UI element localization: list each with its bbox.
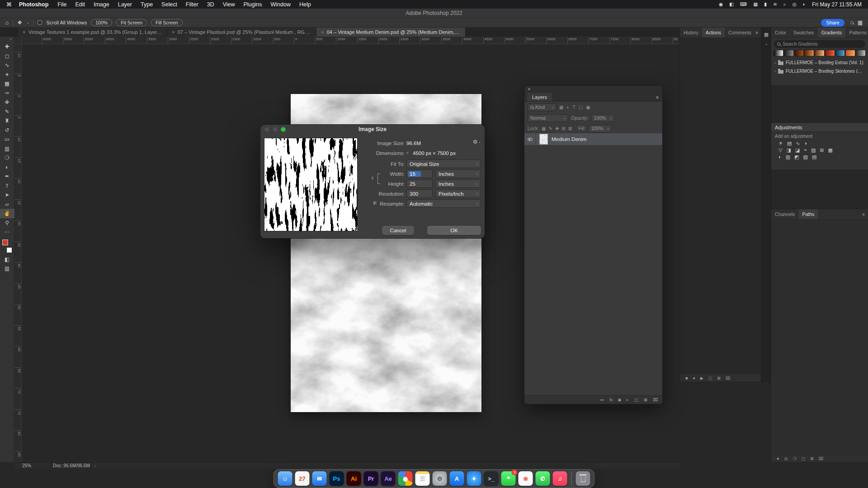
gradient-swatch[interactable] bbox=[826, 50, 835, 56]
lock-transparency-icon[interactable]: ▦ bbox=[542, 126, 546, 131]
gradient-map-icon[interactable]: ▧ bbox=[803, 154, 807, 160]
magic-wand-tool[interactable]: ✶ bbox=[0, 70, 14, 80]
healing-brush-tool[interactable]: ✙ bbox=[0, 98, 14, 107]
close-icon[interactable]: ✕ bbox=[172, 30, 175, 34]
zoom-level[interactable]: 25% bbox=[22, 463, 31, 468]
close-icon[interactable]: ✕ bbox=[23, 30, 26, 34]
move-tool[interactable]: ✚ bbox=[0, 42, 14, 52]
delete-icon[interactable]: ⌧ bbox=[726, 376, 730, 380]
gradient-swatch[interactable] bbox=[846, 50, 855, 56]
tab-layers[interactable]: Layers bbox=[527, 93, 552, 101]
width-input[interactable]: 15 bbox=[406, 169, 433, 178]
menu-window[interactable]: Window bbox=[271, 1, 291, 8]
dock-mail[interactable]: ✉ bbox=[312, 471, 327, 486]
dock-terminal[interactable]: >_ bbox=[484, 471, 499, 486]
chevron-right-icon[interactable]: › bbox=[94, 464, 96, 468]
path-select-tool[interactable]: ➤ bbox=[0, 190, 14, 200]
delete-path-icon[interactable]: ⌧ bbox=[818, 456, 823, 461]
lock-all-icon[interactable]: ⊠ bbox=[568, 126, 572, 131]
close-icon[interactable]: ✕ bbox=[321, 30, 324, 34]
tab-color[interactable]: Color bbox=[771, 28, 790, 38]
tab-comments[interactable]: Comments bbox=[725, 28, 755, 38]
record-icon[interactable]: ● bbox=[693, 376, 695, 380]
dock-chrome[interactable]: ◉ bbox=[398, 471, 413, 486]
history-brush-tool[interactable]: ↺ bbox=[0, 126, 14, 135]
resolution-input[interactable]: 300 bbox=[406, 189, 433, 198]
height-unit-dropdown[interactable]: Inches ∨ bbox=[435, 179, 481, 188]
posterize-icon[interactable]: ▥ bbox=[786, 154, 790, 160]
tab-patterns[interactable]: Patterns bbox=[845, 28, 868, 38]
crop-tool[interactable]: ▦ bbox=[0, 79, 14, 89]
new-set-icon[interactable]: ▢ bbox=[708, 376, 712, 380]
tab-gradients[interactable]: Gradients bbox=[818, 28, 846, 38]
panel-menu-icon[interactable]: ≡ bbox=[862, 212, 868, 217]
close-icon[interactable]: ✕ bbox=[528, 87, 531, 91]
visibility-toggle[interactable] bbox=[524, 133, 536, 145]
gradient-search-input[interactable]: Search Gradients bbox=[774, 40, 865, 48]
play-icon[interactable]: ▶ bbox=[700, 376, 703, 380]
vibrance-icon[interactable]: ▽ bbox=[778, 147, 782, 153]
menu-file[interactable]: File bbox=[57, 1, 66, 8]
dock-calendar[interactable]: 27 bbox=[295, 471, 310, 486]
spotlight-icon[interactable]: ⌕ bbox=[783, 1, 786, 7]
foreground-color-swatch[interactable] bbox=[2, 239, 8, 245]
libraries-panel-icon[interactable]: ▦ bbox=[764, 32, 769, 38]
menu-help[interactable]: Help bbox=[299, 1, 311, 8]
hand-tool[interactable]: ✌ bbox=[0, 209, 14, 218]
cancel-button[interactable]: Cancel bbox=[382, 226, 414, 235]
hue-saturation-icon[interactable]: ◨ bbox=[786, 147, 791, 153]
dodge-tool[interactable]: ◐ bbox=[0, 163, 14, 172]
fit-screen-button[interactable]: Fit Screen bbox=[116, 19, 147, 26]
gradient-swatch[interactable] bbox=[795, 50, 804, 56]
comments-panel-icon[interactable]: “ bbox=[765, 43, 767, 48]
fill-dropdown[interactable]: 100% ∨ bbox=[588, 125, 612, 132]
gradient-black-white[interactable] bbox=[774, 50, 783, 56]
dock-aftereffects[interactable]: Ae bbox=[381, 471, 396, 486]
search-icon[interactable] bbox=[850, 21, 854, 24]
tab-vintage-textures[interactable]: ✕ Vintage Textures 1 example.psd @ 33.3%… bbox=[18, 28, 167, 37]
filter-pixel-layers-icon[interactable]: ▦ bbox=[559, 105, 563, 110]
dialog-options-gear-icon[interactable]: ⚙ ∨ bbox=[473, 139, 481, 145]
shape-tool[interactable]: ▱ bbox=[0, 200, 14, 209]
dock-photoshop[interactable]: Ps bbox=[330, 471, 344, 486]
new-layer-icon[interactable]: ⊞ bbox=[644, 397, 647, 402]
dialog-zoom-button[interactable] bbox=[281, 127, 286, 132]
menu-view[interactable]: View bbox=[223, 1, 235, 8]
actions-list[interactable] bbox=[680, 38, 761, 374]
add-layer-mask-icon[interactable]: ◙ bbox=[618, 397, 621, 402]
filter-shape-layers-icon[interactable]: ▢ bbox=[579, 105, 583, 110]
tab-paths[interactable]: Paths bbox=[798, 209, 818, 219]
panel-menu-icon[interactable]: ≡ bbox=[755, 30, 761, 35]
opacity-dropdown[interactable]: 100% ∨ bbox=[591, 114, 615, 122]
levels-icon[interactable]: ▤ bbox=[787, 141, 792, 146]
pen-tool[interactable]: ✒ bbox=[0, 172, 14, 181]
menu-app-name[interactable]: Photoshop bbox=[19, 1, 48, 8]
menu-plugins[interactable]: Plugins bbox=[244, 1, 262, 8]
new-adjustment-layer-icon[interactable]: ◐ bbox=[626, 397, 629, 402]
threshold-icon[interactable]: ◩ bbox=[794, 154, 799, 160]
dock-premiere[interactable]: Pr bbox=[364, 471, 378, 486]
layer-thumbnail[interactable] bbox=[539, 134, 548, 145]
edit-toolbar-icon[interactable]: ⋯ bbox=[0, 227, 14, 237]
add-mask-icon[interactable]: ▢ bbox=[801, 456, 805, 461]
blur-tool[interactable]: ❍ bbox=[0, 153, 14, 163]
keyboard-icon[interactable]: ⌨ bbox=[740, 1, 747, 7]
kind-filter-dropdown[interactable]: Kind ∨ bbox=[528, 103, 557, 111]
gradient-tool[interactable]: ▥ bbox=[0, 144, 14, 154]
screen-record-icon[interactable]: ◉ bbox=[719, 1, 723, 7]
chevron-right-icon[interactable]: › bbox=[774, 69, 776, 74]
share-button[interactable]: Share bbox=[821, 19, 844, 27]
wifi-icon[interactable]: ≋ bbox=[773, 1, 777, 7]
background-color-swatch[interactable] bbox=[6, 247, 12, 253]
brush-tool[interactable]: ✎ bbox=[0, 107, 14, 117]
lock-position-icon[interactable]: ✚ bbox=[555, 126, 559, 131]
layer-styles-icon[interactable]: fx bbox=[609, 397, 613, 402]
screen-mode-icon[interactable]: ▥ bbox=[0, 264, 14, 273]
path-selection-icon[interactable]: ❍ bbox=[793, 456, 796, 461]
brightness-contrast-icon[interactable]: ☀ bbox=[778, 141, 783, 146]
image-preview[interactable] bbox=[264, 138, 358, 231]
lock-artboard-icon[interactable]: ⊞ bbox=[561, 126, 565, 131]
fit-to-dropdown[interactable]: Original Size ∨ bbox=[406, 160, 481, 168]
tab-actions[interactable]: Actions bbox=[702, 28, 725, 38]
dock-system-preferences[interactable]: ⚙ bbox=[433, 471, 447, 486]
